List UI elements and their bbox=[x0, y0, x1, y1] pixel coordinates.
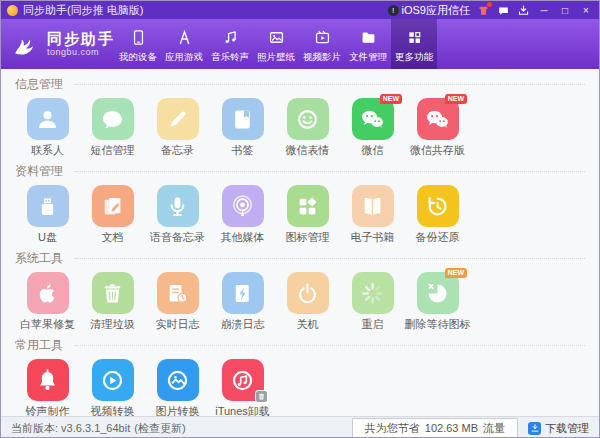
tile-wechat[interactable]: NEW微信 bbox=[340, 98, 405, 156]
tile-itunes-uninstall[interactable]: iTunes卸载 bbox=[210, 359, 275, 416]
tile-label: 白苹果修复 bbox=[20, 318, 75, 330]
phone-icon bbox=[129, 28, 148, 47]
tab-file-manage[interactable]: 文件管理 bbox=[345, 19, 391, 69]
tab-label: 更多功能 bbox=[395, 51, 433, 64]
traffic-saved-prefix: 共为您节省 bbox=[365, 421, 420, 436]
tab-photo-paper[interactable]: 照片壁纸 bbox=[253, 19, 299, 69]
tab-my-device[interactable]: 我的设备 bbox=[115, 19, 161, 69]
promo-shirt-button[interactable] bbox=[477, 4, 490, 17]
tile-backup-restore[interactable]: 备份还原 bbox=[405, 185, 470, 243]
tile-label: 图标管理 bbox=[286, 231, 330, 243]
tab-label: 音乐铃声 bbox=[211, 51, 249, 64]
tile-remove-waiting-icons[interactable]: NEW删除等待图标 bbox=[405, 272, 470, 330]
tile-label: 清理垃圾 bbox=[91, 318, 135, 330]
download-tray-button[interactable] bbox=[517, 4, 530, 17]
tile-wechat-coexist[interactable]: NEW微信共存版 bbox=[405, 98, 470, 156]
download-tray-icon bbox=[517, 4, 530, 17]
tile-label: 电子书籍 bbox=[351, 231, 395, 243]
maximize-button[interactable]: □ bbox=[558, 5, 572, 16]
podcast-icon bbox=[222, 185, 264, 227]
tile-label: 微信表情 bbox=[286, 144, 330, 156]
chat-icon bbox=[92, 98, 134, 140]
wechat-icon bbox=[417, 98, 459, 140]
minimize-button[interactable]: ─ bbox=[537, 5, 551, 16]
download-manager-button[interactable]: 下载管理 bbox=[528, 421, 589, 436]
tile-realtime-log[interactable]: 实时日志 bbox=[145, 272, 210, 330]
pencil-icon bbox=[157, 98, 199, 140]
tile-label: 删除等待图标 bbox=[405, 318, 471, 330]
usb-icon bbox=[27, 185, 69, 227]
restore-icon bbox=[417, 185, 459, 227]
chat-bubble-icon bbox=[497, 4, 510, 17]
status-bar: 当前版本: v3.6.3.1_64bit (检查更新) 共为您节省 102.63… bbox=[1, 416, 599, 438]
ios9-trust-button[interactable]: ! iOS9应用信任 bbox=[388, 3, 470, 18]
tile-label: 图片转换 bbox=[156, 405, 200, 416]
tile-grid: 白苹果修复清理垃圾实时日志崩溃日志关机重启NEW删除等待图标 bbox=[15, 272, 585, 330]
tile-sms-manage[interactable]: 短信管理 bbox=[80, 98, 145, 156]
tile-clean-junk[interactable]: 清理垃圾 bbox=[80, 272, 145, 330]
tile-ringtone-maker[interactable]: 铃声制作 bbox=[15, 359, 80, 416]
app-window: + + + + 同步助手(同步推 电脑版) ! iOS9应用信任 ─ □ × bbox=[0, 0, 600, 438]
brand-title: 同步助手 bbox=[47, 31, 115, 47]
nav-tabs: 我的设备应用游戏音乐铃声照片壁纸视频影片文件管理更多功能 bbox=[115, 19, 437, 69]
smiley-icon bbox=[287, 98, 329, 140]
traffic-saved-value: 102.63 MB bbox=[425, 422, 478, 434]
openbook-icon bbox=[352, 185, 394, 227]
new-badge: NEW bbox=[380, 94, 402, 104]
tile-notes[interactable]: 备忘录 bbox=[145, 98, 210, 156]
doc-icon bbox=[92, 185, 134, 227]
section-title: 常用工具 bbox=[15, 337, 63, 354]
check-update-link[interactable]: (检查更新) bbox=[134, 421, 185, 436]
tile-label: 其他媒体 bbox=[221, 231, 265, 243]
book-icon bbox=[222, 98, 264, 140]
section-title: 系统工具 bbox=[15, 250, 63, 267]
tile-reboot[interactable]: 重启 bbox=[340, 272, 405, 330]
tile-grid: 铃声制作视频转换图片转换iTunes卸载 bbox=[15, 359, 585, 416]
tile-u-disk[interactable]: U盘 bbox=[15, 185, 80, 243]
tile-label: 视频转换 bbox=[91, 405, 135, 416]
tile-label: 备忘录 bbox=[161, 144, 194, 156]
trash-corner-icon bbox=[255, 390, 268, 403]
brand-logo: 同步助手 tongbu.com bbox=[11, 19, 115, 69]
titlebar: 同步助手(同步推 电脑版) ! iOS9应用信任 ─ □ × bbox=[1, 1, 599, 19]
tile-voice-memos[interactable]: 语音备忘录 bbox=[145, 185, 210, 243]
window-title: 同步助手(同步推 电脑版) bbox=[23, 3, 143, 18]
tile-shutdown[interactable]: 关机 bbox=[275, 272, 340, 330]
tab-video-films[interactable]: 视频影片 bbox=[299, 19, 345, 69]
tile-contacts[interactable]: 联系人 bbox=[15, 98, 80, 156]
close-button[interactable]: × bbox=[579, 5, 593, 16]
tile-other-media[interactable]: 其他媒体 bbox=[210, 185, 275, 243]
tile-label: 文档 bbox=[102, 231, 124, 243]
section-4: 常用工具铃声制作视频转换图片转换iTunes卸载 bbox=[1, 330, 599, 416]
notification-dot bbox=[487, 2, 492, 7]
tab-more-features[interactable]: 更多功能 bbox=[391, 19, 437, 69]
tile-image-convert[interactable]: 图片转换 bbox=[145, 359, 210, 416]
tile-white-apple-fix[interactable]: 白苹果修复 bbox=[15, 272, 80, 330]
trash-icon bbox=[92, 272, 134, 314]
grid4-icon bbox=[287, 185, 329, 227]
tile-label: 备份还原 bbox=[416, 231, 460, 243]
feedback-button[interactable] bbox=[497, 4, 510, 17]
section-title: 资料管理 bbox=[15, 163, 63, 180]
tile-video-convert[interactable]: 视频转换 bbox=[80, 359, 145, 416]
tab-label: 照片壁纸 bbox=[257, 51, 295, 64]
tile-label: iTunes卸载 bbox=[215, 405, 270, 416]
tile-documents[interactable]: 文档 bbox=[80, 185, 145, 243]
tile-bookmarks[interactable]: 书签 bbox=[210, 98, 275, 156]
tile-wechat-emoji[interactable]: 微信表情 bbox=[275, 98, 340, 156]
tile-label: U盘 bbox=[38, 231, 57, 243]
music-icon bbox=[221, 28, 240, 47]
tile-ebooks[interactable]: 电子书籍 bbox=[340, 185, 405, 243]
tab-music-rings[interactable]: 音乐铃声 bbox=[207, 19, 253, 69]
tile-icon-manage[interactable]: 图标管理 bbox=[275, 185, 340, 243]
tile-grid: 联系人短信管理备忘录书签微信表情NEW微信NEW微信共存版 bbox=[15, 98, 585, 156]
tab-label: 应用游戏 bbox=[165, 51, 203, 64]
tile-label: 关机 bbox=[297, 318, 319, 330]
mic-icon bbox=[157, 185, 199, 227]
tile-label: 微信共存版 bbox=[410, 144, 465, 156]
tab-app-games[interactable]: 应用游戏 bbox=[161, 19, 207, 69]
tile-crash-log[interactable]: 崩溃日志 bbox=[210, 272, 275, 330]
tile-label: 铃声制作 bbox=[26, 405, 70, 416]
app-header: + + + + 同步助手(同步推 电脑版) ! iOS9应用信任 ─ □ × bbox=[1, 1, 599, 69]
imgc-icon bbox=[157, 359, 199, 401]
